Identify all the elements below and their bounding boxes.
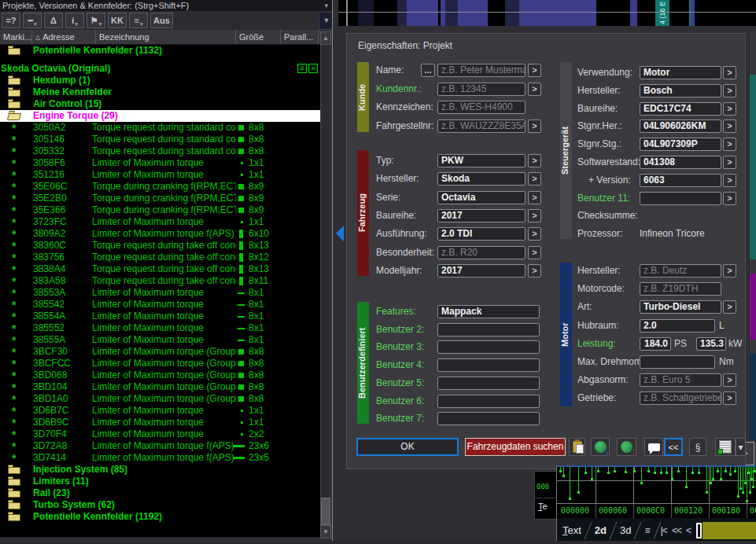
input-benutzer11[interactable] [640, 192, 721, 205]
tree-map-row[interactable]: *38360CTorque request during take off co… [0, 240, 320, 252]
tree-folder-row[interactable]: Hexdump (1) [0, 75, 320, 86]
project-panel-titlebar[interactable]: Projekte, Versionen & Kennfelder: (Strg+… [0, 0, 334, 11]
tree-folder-row[interactable]: Air Control (15) [0, 98, 320, 110]
column-header-2[interactable]: Bezeichnung [96, 30, 236, 44]
input-hersteller[interactable]: Bosch [640, 84, 721, 97]
tree-map-row[interactable]: *385552Limiter of Maximum torque8x1 [0, 322, 320, 334]
expand-arrow-button[interactable]: > [528, 83, 541, 96]
tree-map-row[interactable]: *351216Limiter of Maximum torque1x1 [0, 169, 320, 181]
tree-map-row[interactable]: *35E366Torque during cranking f(RPM,ECT)… [0, 204, 320, 216]
tree-map-row[interactable]: *38553ALimiter of Maximum torque8x1 [0, 287, 320, 299]
tree-map-row[interactable]: *3723FCLimiter of Maximum torque1x1 [0, 216, 320, 228]
map-2d-window[interactable]: 0000000000600000C000012000018000 Text2d3… [556, 465, 756, 541]
tab-3d[interactable]: 3d [614, 524, 636, 536]
info-icon[interactable]: i▾ [65, 13, 84, 28]
expand-arrow-button[interactable]: > [723, 84, 736, 97]
delta-icon[interactable]: Δ [44, 13, 63, 28]
tree-map-row[interactable]: *38554ALimiter of Maximum torque8x1 [0, 311, 320, 322]
tree-folder-row[interactable]: Meine Kennfelder [0, 86, 320, 98]
input-modelljahr[interactable]: 2017 [437, 264, 526, 278]
tree-map-row[interactable]: *3D70F4Limiter of Maximum torque2x2 [0, 428, 320, 440]
input-leistung-kw[interactable]: 135.3 [696, 337, 726, 351]
nav-button-1[interactable]: << [672, 525, 681, 536]
tree-map-row[interactable]: *3050A2Torque request during standard co… [0, 122, 320, 134]
tab-text-partial[interactable]: Te [538, 502, 548, 511]
input-abgasnorm[interactable]: z.B. Euro 5 [640, 373, 721, 387]
flag-icon[interactable]: ⚑▾ [87, 13, 105, 28]
input-version[interactable]: 6063 [640, 174, 721, 187]
tree-map-row[interactable]: *3D72A8Limiter of Maximum torque f(APS)2… [0, 440, 320, 452]
input-benutzer5[interactable] [437, 377, 540, 390]
tree-scrollbar-thumb[interactable] [321, 498, 330, 525]
chevron-down-icon[interactable]: ▾ [324, 0, 328, 11]
collapse-button[interactable]: << [664, 438, 683, 456]
tree-map-row[interactable]: *35E06CTorque during cranking f(RPM,ECT)… [0, 181, 320, 193]
tree-map-row[interactable]: *3838A4Torque request during take off co… [0, 263, 320, 275]
tree-project-row[interactable]: Skoda Octavia (Original)≡× [0, 63, 320, 75]
tree-scrollbar[interactable] [320, 45, 331, 537]
comment-icon[interactable] [644, 438, 663, 456]
input-stgnrstg[interactable]: 04L907309P [640, 138, 721, 151]
input-benutzer4[interactable] [437, 358, 540, 372]
input-benutzer2[interactable] [437, 323, 540, 336]
tree-folder-row[interactable]: Turbo System (62) [0, 499, 320, 511]
expand-arrow-button[interactable]: > [528, 264, 541, 278]
scroll-down-icon[interactable]: ▼ [320, 525, 331, 538]
expand-arrow-button[interactable]: > [528, 119, 541, 133]
list-box-icon[interactable]: ≡ [297, 64, 307, 73]
input-kundennr[interactable]: z.B. 12345 [437, 83, 526, 96]
tree-map-row[interactable]: *3BD104Limiter of Maximum torque (Group … [0, 381, 320, 393]
input-baureihe[interactable]: 2017 [437, 209, 526, 222]
scroll-up-icon[interactable]: ▲ [320, 31, 331, 45]
expand-arrow-button[interactable]: > [723, 102, 736, 116]
input-besonderheit[interactable]: z.B. R20 [437, 246, 526, 259]
tree-map-row[interactable]: *305146Torque request during standard co… [0, 134, 320, 145]
paste-icon[interactable] [569, 438, 585, 456]
hex-cursor[interactable] [696, 523, 702, 538]
input-art[interactable]: Turbo-Diesel [640, 300, 721, 314]
expand-arrow-button[interactable]: > [528, 227, 541, 241]
input-motorcode[interactable]: z.B. Z19DTH [640, 282, 721, 296]
expand-arrow-button[interactable]: > [528, 191, 541, 204]
panel-splitter[interactable] [332, 0, 347, 544]
expand-arrow-button[interactable]: > [528, 246, 541, 259]
tree-map-row[interactable]: *3BD1A0Limiter of Maximum torque (Group … [0, 393, 320, 405]
tree-folder-row[interactable]: Injection System (85) [0, 464, 320, 476]
input-baureihe[interactable]: EDC17C74 [640, 102, 721, 116]
nav-button-2[interactable]: < [686, 525, 691, 536]
expand-arrow-button[interactable]: > [723, 138, 736, 151]
tab-menu-icon[interactable]: ≡ [639, 525, 655, 536]
nav-button-0[interactable]: |< [661, 525, 667, 536]
input-maxdrehmom[interactable] [640, 355, 715, 369]
tree-map-row[interactable]: *3BCFCCLimiter of Maximum torque (Group … [0, 358, 320, 369]
tree-map-row[interactable]: *3BD068Limiter of Maximum torque (Group … [0, 369, 320, 381]
expand-arrow-button[interactable]: > [723, 391, 736, 405]
input-features[interactable]: Mappack [437, 305, 540, 318]
input-getriebe[interactable]: z.B. Schaltgetriebe [640, 391, 721, 405]
input-leistung-ps[interactable]: 184.0 [640, 337, 671, 351]
input-typ[interactable]: PKW [437, 154, 526, 167]
column-header-1[interactable]: △Adresse [32, 30, 96, 44]
input-softwarestand[interactable]: 041308 [640, 156, 721, 169]
expand-arrow-button[interactable]: > [723, 174, 736, 187]
expand-arrow-button[interactable]: > [528, 172, 541, 186]
tree-folder-row[interactable]: Rail (23) [0, 487, 320, 499]
input-fahrgestellnr[interactable]: z.B. WAUZZZ8E35A235 [437, 119, 526, 133]
tree-map-row[interactable]: *383A58Torque request during take off co… [0, 275, 320, 287]
tree-map-row[interactable]: *3809A2Limiter of Maximum torque f(APS)6… [0, 228, 320, 240]
globe-upload-icon[interactable]: ↑ [617, 438, 636, 456]
input-stgnrher[interactable]: 04L906026KM [640, 119, 721, 133]
tree-map-row[interactable]: *305332Torque request during standard co… [0, 145, 320, 157]
tree-map-row[interactable]: *385542Limiter of Maximum torque8x1 [0, 299, 320, 311]
tree-map-row[interactable]: *383756Torque request during take off co… [0, 252, 320, 263]
input-benutzer3[interactable] [437, 340, 540, 354]
expand-arrow-button[interactable]: > [723, 300, 736, 314]
column-header-0[interactable]: Marki... [0, 30, 32, 44]
expand-arrow-button[interactable]: > [723, 66, 736, 79]
search-vehicle-data-button[interactable]: Fahrzeugdaten suchen [465, 438, 566, 456]
input-name[interactable]: z.B. Peter Mustermann [437, 64, 526, 77]
expand-arrow-button[interactable]: > [528, 209, 541, 222]
tree-map-row[interactable]: *3D6B9CLimiter of Maximum torque1x1 [0, 417, 320, 428]
expand-arrow-button[interactable]: > [528, 64, 541, 77]
tree-map-row[interactable]: *3BCF30Limiter of Maximum torque (Group … [0, 346, 320, 358]
